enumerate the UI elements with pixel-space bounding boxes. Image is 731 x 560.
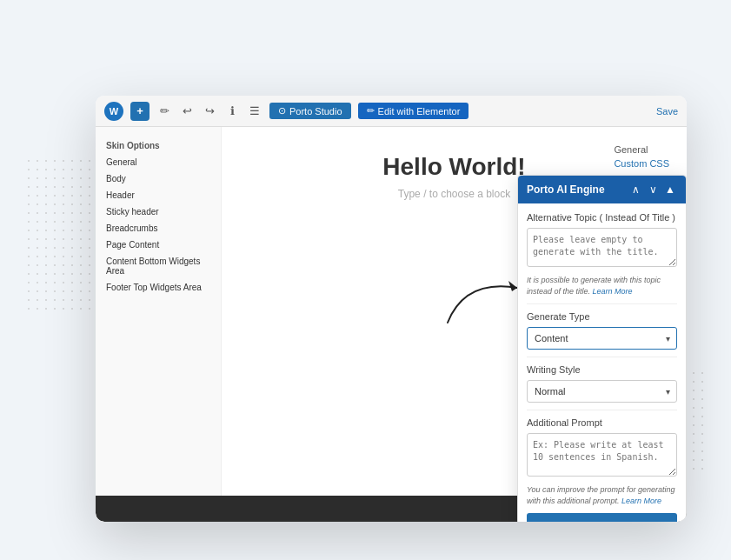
sidebar-item-page-content[interactable]: Page Content [96,237,221,253]
dots-left-decoration [24,157,103,313]
additional-prompt-learn-more-link[interactable]: Learn More [621,497,661,505]
generate-type-select-wrap: Content Excerpt Meta Description ▾ [527,327,677,350]
content-area: Skin Options General Body Header Sticky … [96,127,687,522]
sidebar-item-footer-top[interactable]: Footer Top Widgets Area [96,279,221,296]
add-button[interactable]: + [130,102,150,121]
writing-style-title: Writing Style [527,364,677,375]
menu-icon[interactable]: ☰ [247,103,262,119]
edit-elementor-icon: ✏ [367,105,375,117]
pencil-icon[interactable]: ✏ [156,103,172,119]
porto-studio-button[interactable]: ⊙ Porto Studio [269,103,351,119]
wp-logo: W [104,102,123,121]
divider-2 [527,357,677,357]
top-bar: W + ✏ ↩ ↪ ℹ ☰ ⊙ Porto Studio ✏ Edit with… [96,96,687,127]
divider-1 [527,303,677,304]
generate-type-select[interactable]: Content Excerpt Meta Description [527,327,677,350]
porto-studio-icon: ⊙ [278,105,286,117]
edit-elementor-button[interactable]: ✏ Edit with Elementor [358,103,469,119]
browser-window: W + ✏ ↩ ↪ ℹ ☰ ⊙ Porto Studio ✏ Edit with… [96,96,687,522]
alternative-topic-hint: It is possible to generate with this top… [527,275,677,297]
additional-prompt-title: Additional Prompt [527,417,677,428]
additional-prompt-textarea[interactable] [527,433,677,477]
ai-panel-body: Alternative Topic ( Instead Of Title ) I… [518,203,686,522]
sidebar-item-body[interactable]: Body [96,170,221,187]
info-icon[interactable]: ℹ [224,103,240,119]
main-content: Hello World! Type / to choose a block Ge… [222,127,687,522]
general-label: General [614,144,669,155]
ai-panel-title: Porto AI Engine [527,183,605,196]
panel-collapse-up-icon[interactable]: ∧ [628,183,642,197]
undo-icon[interactable]: ↩ [179,103,195,119]
custom-css-label[interactable]: Custom CSS [614,158,669,169]
writing-style-select[interactable]: Normal Formal Casual Persuasive [527,380,677,403]
ai-engine-panel: Porto AI Engine ∧ ∨ ▲ Alternative Topic … [517,175,687,522]
alternative-topic-textarea[interactable] [527,228,677,267]
sidebar: Skin Options General Body Header Sticky … [96,127,222,522]
sidebar-item-sticky-header[interactable]: Sticky header [96,203,221,220]
alternative-topic-title: Alternative Topic ( Instead Of Title ) [527,212,677,223]
additional-prompt-hint: You can improve the prompt for generatin… [527,484,677,506]
writing-style-select-wrap: Normal Formal Casual Persuasive ▾ [527,380,677,403]
ai-panel-header: Porto AI Engine ∧ ∨ ▲ [518,176,686,203]
generate-type-title: Generate Type [527,311,677,322]
sidebar-title: Skin Options [96,136,221,154]
generate-button[interactable]: Generate [527,513,677,522]
sidebar-item-header[interactable]: Header [96,187,221,203]
redo-icon[interactable]: ↪ [202,103,217,119]
save-link[interactable]: Save [656,106,678,117]
sidebar-item-breadcrumbs[interactable]: Breadcrumbs [96,220,221,237]
ai-panel-controls: ∧ ∨ ▲ [628,183,677,197]
divider-3 [527,410,677,410]
alternative-topic-learn-more-link[interactable]: Learn More [593,287,633,296]
panel-collapse-down-icon[interactable]: ∨ [646,183,660,197]
sidebar-item-general[interactable]: General [96,154,221,170]
general-area: General Custom CSS [614,144,669,169]
sidebar-item-content-bottom[interactable]: Content Bottom Widgets Area [96,253,221,279]
panel-minimize-icon[interactable]: ▲ [663,183,677,197]
